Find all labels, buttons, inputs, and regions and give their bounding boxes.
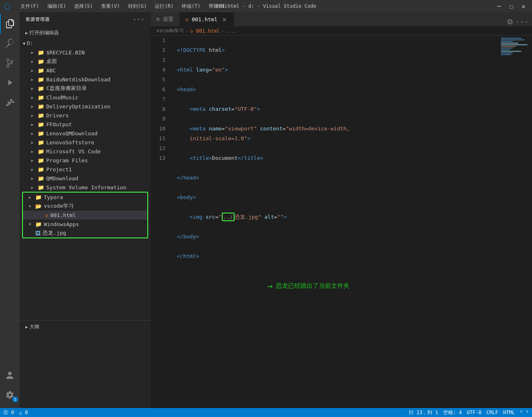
menu-run[interactable]: 运行(R): [151, 2, 177, 11]
windows-apps-chevron-icon: ▼: [29, 222, 34, 226]
activity-bottom: 1: [0, 365, 20, 408]
folder-typora[interactable]: ▶ 📁 Typora: [23, 193, 147, 202]
outline-label: 大纲: [29, 323, 39, 330]
settings-tab-icon: ⚙: [156, 16, 160, 22]
tab-001-html[interactable]: ◇ 001.html ✕: [180, 12, 234, 26]
ms-vscode-label: Microsoft VS Code: [46, 148, 101, 155]
lenovo-soft-label: LenovoSoftstore: [46, 139, 94, 146]
folder-ms-vscode[interactable]: ▶ 📁 Microsoft VS Code: [20, 147, 151, 156]
folder-icon: 📁: [38, 157, 44, 164]
activity-search[interactable]: [0, 34, 20, 53]
system-volume-label: System Volume Information: [46, 184, 126, 191]
line-col-indicator[interactable]: 行 13，列 1: [409, 409, 438, 416]
activity-explorer[interactable]: [0, 14, 20, 34]
folder-lenovo-soft[interactable]: ▶ 📁 LenovoSoftstore: [20, 138, 151, 147]
menu-edit[interactable]: 编辑(E): [44, 2, 70, 11]
tab-close-button[interactable]: ✕: [221, 16, 228, 23]
image-file-icon: 🖼: [35, 230, 41, 236]
folder-cdisk[interactable]: ▶ 📁 C盘瘦身搬家目录: [20, 84, 151, 93]
activity-account[interactable]: [0, 365, 20, 385]
breadcrumb-file[interactable]: ◇ 001.html: [190, 28, 220, 34]
extra-info: ᴳ ᴳ: [520, 410, 529, 415]
sidebar-more-actions[interactable]: ···: [133, 16, 145, 23]
file-dinosaur-jpg[interactable]: 🖼 恐龙.jpg: [23, 229, 147, 238]
file-001-html[interactable]: ◇ 001.html: [23, 211, 147, 220]
project1-chevron-icon: ▶: [31, 167, 36, 172]
spaces-indicator[interactable]: 空格: 4: [443, 409, 462, 416]
activity-extensions[interactable]: [0, 92, 20, 112]
more-actions-icon[interactable]: ···: [515, 18, 529, 26]
delivery-chevron-icon: ▶: [31, 104, 36, 109]
cloudmusic-chevron-icon: ▶: [31, 95, 36, 100]
folder-recycle-bin[interactable]: ▶ 📁 $RECYCLE.BIN: [20, 48, 151, 57]
maximize-button[interactable]: ☐: [507, 2, 516, 11]
folder-windows-apps[interactable]: ▼ 📁 WindowsApps: [23, 220, 147, 229]
code-line-2: <html lang="en">: [177, 65, 494, 75]
sidebar-scrollable[interactable]: ▶ 打开的编辑器 ▼ D: ▶ 📁 $RECYCLE.BIN ▶ 📁: [20, 27, 151, 408]
html-tab-icon: ◇: [185, 16, 189, 22]
breadcrumb-more[interactable]: ...: [226, 28, 235, 34]
activity-run-debug[interactable]: [0, 73, 20, 92]
folder-icon: 📁: [38, 67, 44, 74]
folder-icon: 📁: [38, 76, 44, 83]
warning-count[interactable]: △ 0: [19, 410, 28, 415]
desktop-label: 桌面: [46, 58, 57, 65]
code-content[interactable]: <!DOCTYPE html> <html lang="en"> <head> …: [171, 36, 499, 408]
folder-baidu[interactable]: ▶ 📁 BaiduNetdiskDownload: [20, 75, 151, 84]
drive-d-toggle[interactable]: ▼ D:: [20, 39, 151, 48]
folder-icon: 📁: [35, 194, 42, 200]
code-line-4: <meta charset="UTF-8">: [177, 104, 494, 114]
drive-d-label: D:: [27, 40, 33, 46]
menu-view[interactable]: 查看(V): [98, 2, 123, 11]
tab-bar: ⚙ 设置 ◇ 001.html ✕ ⧉ ···: [151, 12, 532, 27]
line-ending-indicator[interactable]: CRLF: [487, 410, 498, 415]
drive-chevron-icon: ▼: [23, 41, 25, 46]
cloudmusic-label: CloudMusic: [46, 94, 78, 101]
menu-terminal[interactable]: 终端(T): [178, 2, 204, 11]
activity-settings[interactable]: 1: [0, 385, 20, 405]
error-count[interactable]: ⓪ 0: [3, 409, 14, 416]
outline-toggle[interactable]: ▶ 大纲: [20, 322, 151, 331]
menu-goto[interactable]: 转到(G): [125, 2, 150, 11]
menu-select[interactable]: 选择(S): [71, 2, 96, 11]
folder-icon: 📁: [38, 58, 44, 65]
close-button[interactable]: ✕: [519, 2, 528, 11]
activity-source-control[interactable]: [0, 53, 20, 73]
split-editor-icon[interactable]: ⧉: [507, 17, 513, 26]
system-volume-chevron-icon: ▶: [31, 185, 36, 190]
folder-abc[interactable]: ▶ 📁 ABC: [20, 66, 151, 75]
folder-cloudmusic[interactable]: ▶ 📁 CloudMusic: [20, 93, 151, 102]
vscode-logo-icon: ⬡: [4, 2, 11, 11]
folder-program-files[interactable]: ▶ 📁 Program Files: [20, 156, 151, 165]
folder-drivers[interactable]: ▶ 📁 Drivers: [20, 111, 151, 120]
code-line-7: </head>: [177, 173, 494, 183]
folder-vscode-study[interactable]: ▼ 📂 vscode学习: [23, 202, 147, 211]
tab-settings[interactable]: ⚙ 设置: [151, 12, 180, 26]
outline-chevron-icon: ▶: [25, 325, 28, 329]
tab-bar-actions: ⧉ ···: [504, 17, 532, 26]
code-line-6: <title>Document</title>: [177, 153, 494, 163]
code-line-12: [177, 271, 494, 281]
folder-project1[interactable]: ▶ 📁 Project1: [20, 165, 151, 174]
html-file-icon: ◇: [45, 212, 48, 218]
breadcrumb-folder[interactable]: vscode学习: [156, 27, 184, 34]
titlebar: ⬡ 文件(F) 编辑(E) 选择(S) 查看(V) 转到(G) 运行(R) 终端…: [0, 0, 532, 12]
titlebar-left: ⬡ 文件(F) 编辑(E) 选择(S) 查看(V) 转到(G) 运行(R) 终端…: [4, 2, 231, 11]
encoding-indicator[interactable]: UTF-8: [467, 410, 481, 415]
folder-delivery[interactable]: ▶ 📁 DeliveryOptimization: [20, 102, 151, 111]
folder-ffoutput[interactable]: ▶ 📁 FFOutput: [20, 120, 151, 129]
folder-lenovo-qm[interactable]: ▶ 📁 LenovoQMDownload: [20, 129, 151, 138]
ffoutput-chevron-icon: ▶: [31, 122, 36, 127]
minimize-button[interactable]: ─: [495, 2, 504, 11]
menu-file[interactable]: 文件(F): [17, 2, 43, 11]
sidebar-highlight-box: ▶ 📁 Typora ▼ 📂 vscode学习 ◇ 001.html: [22, 192, 148, 238]
open-editors-toggle[interactable]: ▶ 打开的编辑器: [20, 28, 151, 37]
folder-icon: 📁: [38, 121, 44, 128]
folder-icon: 📁: [35, 221, 42, 227]
folder-qmdownload[interactable]: ▶ 📁 QMDownload: [20, 174, 151, 183]
cdisk-chevron-icon: ▶: [31, 86, 36, 91]
folder-desktop[interactable]: ▶ 📁 桌面: [20, 57, 151, 66]
language-indicator[interactable]: HTML: [503, 410, 515, 415]
project1-label: Project1: [46, 166, 72, 173]
folder-system-volume[interactable]: ▶ 📁 System Volume Information: [20, 183, 151, 192]
